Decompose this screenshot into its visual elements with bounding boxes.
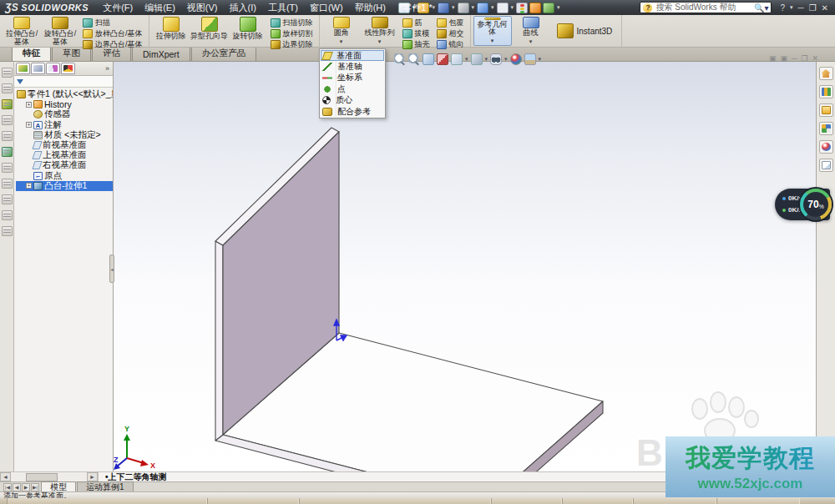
tree-item-right-plane[interactable]: 右视基准面 [16, 160, 113, 170]
undo-icon[interactable] [477, 3, 488, 13]
revolved-boss-button[interactable]: 旋转凸台/基体 [41, 16, 79, 46]
motion-study-tab[interactable]: 运动算例1 [77, 481, 134, 491]
plate-left-edge-face[interactable] [215, 241, 223, 441]
menu-item-coordinate-system[interactable]: 坐标系 [321, 73, 384, 83]
wrap-button[interactable]: 包覆 [435, 18, 466, 28]
lofted-boss-button[interactable]: 放样凸台/基体 [81, 28, 144, 39]
save-icon[interactable] [438, 3, 449, 13]
select-cursor-icon[interactable] [423, 53, 434, 65]
open-icon[interactable] [418, 3, 429, 13]
custom-properties-icon[interactable] [819, 159, 833, 172]
table-toolbar-icon[interactable] [2, 83, 13, 93]
extruded-boss-button[interactable]: 拉伸凸台/基体 [3, 16, 41, 46]
menu-insert[interactable]: 插入(I) [224, 0, 262, 15]
linear-pattern-button[interactable]: 线性阵列▾ [361, 16, 399, 46]
table-toolbar-icon[interactable] [2, 147, 13, 157]
horizontal-scrollbar[interactable]: ◄ ► [0, 472, 99, 482]
fillet-button[interactable]: 圆角▾ [322, 16, 361, 46]
new-document-icon[interactable] [398, 3, 410, 13]
help-search-box[interactable]: ? 搜索 SolidWorks 帮助 🔍▾ [640, 2, 772, 13]
zoom-fit-icon[interactable] [394, 53, 406, 65]
panel-splitter-handle[interactable]: ◂ [109, 255, 114, 283]
revolved-cut-button[interactable]: 旋转切除 [229, 16, 267, 46]
mirror-button[interactable]: 镜向 [435, 39, 466, 50]
menu-item-mate-reference[interactable]: 配合参考 [321, 106, 384, 117]
doc-icon-button[interactable]: ▣ [769, 53, 777, 63]
print-icon[interactable] [458, 3, 469, 13]
table-toolbar-icon[interactable] [2, 99, 13, 109]
taskbar-button[interactable] [562, 498, 633, 504]
configuration-manager-tab[interactable] [46, 63, 60, 74]
table-toolbar-icon[interactable] [2, 163, 13, 173]
tree-item-front-plane[interactable]: 前视基准面 [16, 140, 113, 150]
tree-item-part[interactable]: 零件1 (默认<<默认>_显示状态 [16, 89, 113, 99]
taskbar-button[interactable] [207, 498, 299, 504]
display-style-icon[interactable] [471, 53, 483, 65]
doc-minimize-button[interactable]: ─ [792, 53, 797, 63]
tab-first-icon[interactable]: |◀ [3, 483, 12, 491]
help-caret-icon[interactable]: ▾ [790, 4, 793, 11]
doc-restore-button[interactable]: ❐ [801, 53, 807, 63]
menu-item-axis[interactable]: 基准轴 [321, 61, 384, 72]
menu-view[interactable]: 视图(V) [181, 0, 224, 15]
feature-manager-tab[interactable] [16, 63, 30, 74]
tab-next-icon[interactable]: ▶ [22, 483, 30, 491]
tree-item-material[interactable]: 材质 <未指定> [16, 130, 113, 140]
hide-show-items-icon[interactable] [490, 53, 502, 65]
minimize-button[interactable]: ─ [798, 3, 804, 13]
table-toolbar-icon[interactable] [2, 68, 13, 78]
intersect-button[interactable]: 相交 [435, 28, 466, 39]
swept-boss-button[interactable]: 扫描 [81, 18, 144, 28]
restore-button[interactable]: ❐ [809, 3, 817, 13]
help-button[interactable]: ? [780, 3, 785, 13]
view-palette-icon[interactable] [819, 122, 833, 135]
hole-wizard-button[interactable]: 异型孔向导 [190, 16, 229, 46]
tree-item-boss-extrude1[interactable]: +凸台-拉伸1 [16, 181, 113, 191]
tree-item-sensors[interactable]: 传感器 [16, 109, 113, 119]
doc-close-button[interactable]: ✕ [812, 53, 819, 63]
tree-item-top-plane[interactable]: 上视基准面 [16, 150, 113, 160]
scroll-left-icon[interactable]: ◄ [0, 472, 11, 481]
net-speed-widget[interactable]: 0K/s 0K/s 70% [775, 189, 830, 220]
tab-prev-icon[interactable]: ◀ [13, 483, 21, 491]
swept-cut-button[interactable]: 扫描切除 [269, 18, 315, 28]
menu-window[interactable]: 窗口(W) [304, 0, 349, 15]
view-orientation-icon[interactable] [451, 53, 463, 65]
dimxpert-manager-tab[interactable] [61, 63, 75, 74]
menu-tools[interactable]: 工具(T) [262, 0, 304, 15]
design-library-icon[interactable] [819, 85, 833, 98]
solidworks-resources-icon[interactable] [819, 67, 833, 80]
panel-overflow-chevron[interactable]: » [105, 64, 111, 73]
options-icon[interactable] [543, 3, 554, 13]
tab-last-icon[interactable]: ▶| [31, 483, 39, 491]
property-manager-tab[interactable] [31, 63, 45, 74]
menu-item-center-of-mass[interactable]: 质心 [321, 95, 384, 106]
taskbar-button[interactable] [299, 498, 491, 504]
search-icon[interactable]: 🔍▾ [754, 3, 769, 13]
apply-scene-icon[interactable] [524, 53, 536, 65]
table-toolbar-icon[interactable] [2, 115, 13, 125]
shell-button[interactable]: 抽壳 [401, 39, 432, 50]
reference-geometry-button[interactable]: 参考几何体▾ [473, 16, 512, 46]
tree-item-history[interactable]: +History [16, 99, 113, 109]
taskbar-button[interactable] [716, 498, 800, 504]
zoom-area-icon[interactable] [408, 53, 420, 65]
model-tab[interactable]: 模型 [41, 481, 76, 491]
table-toolbar-icon[interactable] [2, 179, 13, 189]
close-button[interactable]: ✕ [822, 3, 828, 13]
instant3d-button[interactable]: Instant3D [550, 16, 620, 46]
boundary-cut-button[interactable]: 边界切除 [269, 39, 315, 50]
taskbar-button[interactable] [633, 498, 716, 504]
section-view-icon[interactable] [437, 53, 448, 65]
menu-file[interactable]: 文件(F) [97, 0, 139, 15]
tree-filter-row[interactable] [14, 76, 113, 88]
extruded-cut-button[interactable]: 拉伸切除 [152, 16, 190, 46]
table-toolbar-icon[interactable] [2, 194, 13, 204]
taskbar-button[interactable] [491, 498, 562, 504]
draft-button[interactable]: 拔模 [401, 28, 432, 39]
lofted-cut-button[interactable]: 放样切割 [269, 28, 315, 39]
menu-help[interactable]: 帮助(H) [349, 0, 392, 15]
tree-item-origin[interactable]: ⌐原点 [16, 171, 113, 181]
edit-appearance-icon[interactable] [510, 53, 522, 65]
tree-item-annotations[interactable]: +A注解 [16, 120, 113, 130]
